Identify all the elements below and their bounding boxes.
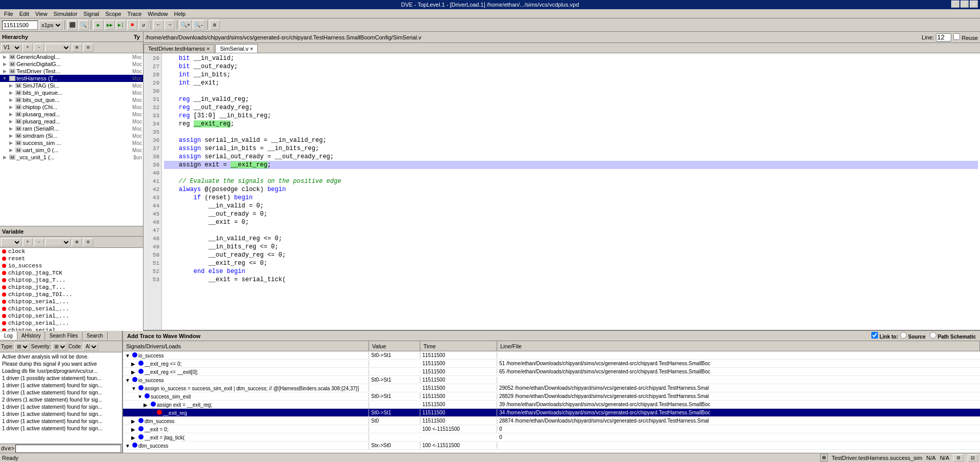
type-select[interactable]: ⊞ — [14, 343, 30, 351]
tree-expand[interactable]: ▶ — [131, 369, 137, 375]
hier-select2[interactable] — [45, 44, 71, 52]
menu-scope[interactable]: Scope — [102, 10, 124, 18]
reuse-checkbox[interactable] — [953, 33, 960, 40]
var-btn2[interactable]: - — [34, 238, 44, 246]
tree-expand[interactable]: ▼ — [125, 377, 131, 383]
variable-item[interactable]: chiptop_serial_... — [0, 312, 143, 320]
expand-icon[interactable]: ▶ — [7, 118, 14, 124]
variable-item[interactable]: io_success — [0, 262, 143, 269]
link-to-checkbox[interactable] — [871, 332, 878, 339]
time-unit-select[interactable]: x1ps — [39, 20, 63, 30]
code-line[interactable]: __in_bits_reg <= 0; — [164, 243, 978, 251]
expand-icon[interactable]: ▼ — [1, 75, 8, 81]
code-line[interactable]: reg [31:0] __in_bits_reg; — [164, 112, 978, 120]
wave-row[interactable]: ▶__exit_reg <= __exit[0]; 11511500 65 /h… — [123, 368, 980, 376]
tree-expand[interactable]: ▼ — [125, 353, 131, 359]
variable-item[interactable]: chiptop_jtag_T... — [0, 284, 143, 291]
code-line[interactable]: __out_ready_reg <= 0; — [164, 251, 978, 259]
hier-expand[interactable]: ⊞ — [72, 44, 82, 52]
line-number-input[interactable] — [936, 33, 951, 41]
hierarchy-item[interactable]: ▶MTestDriver (Test...Moc — [0, 68, 143, 75]
severity-select[interactable]: ⊞ — [52, 343, 67, 351]
expand-icon[interactable]: ▶ — [1, 54, 8, 60]
menu-file[interactable]: File — [1, 10, 16, 18]
tab-search-files[interactable]: Search Files — [45, 332, 83, 340]
var-expand[interactable]: ⊞ — [72, 238, 82, 246]
tb-extra-btn[interactable]: ⚙ — [210, 20, 220, 30]
expand-icon[interactable]: ▶ — [7, 82, 14, 89]
variable-item[interactable]: chiptop_serial_... — [0, 298, 143, 305]
code-line[interactable]: __in_valid = 0; — [164, 202, 978, 210]
tree-expand[interactable]: ▶ — [131, 418, 137, 424]
code-line[interactable] — [164, 226, 978, 235]
code-line[interactable]: __exit_reg <= 0; — [164, 259, 978, 267]
hierarchy-item[interactable]: ▼MtestHarness (T...Moc — [0, 75, 143, 82]
code-line[interactable]: bit __out_ready; — [164, 62, 978, 71]
wave-row[interactable]: ▼success_sim_exit St0->St1 11511500 2882… — [123, 392, 980, 401]
tree-expand[interactable]: ▼ — [131, 386, 137, 391]
code-line[interactable]: // Evaluate the signals on the positive … — [164, 177, 978, 185]
wave-row[interactable]: ▶__exit = jtag_tick( 0 — [123, 433, 980, 442]
status-btn2[interactable]: ⊟ — [968, 454, 978, 461]
source-radio[interactable] — [900, 332, 907, 339]
code-line[interactable]: if (reset) begin — [164, 194, 978, 202]
expand-icon[interactable]: ▶ — [7, 111, 14, 117]
wave-row[interactable]: ▼io_success St0->St1 11511500 — [123, 351, 980, 360]
expand-icon[interactable]: ▶ — [7, 104, 14, 110]
menu-view[interactable]: View — [32, 10, 51, 18]
hierarchy-item[interactable]: ▶MGenericAnalogI...Moc — [0, 53, 143, 60]
menu-signal[interactable]: Signal — [80, 10, 103, 18]
close-btn[interactable]: × — [970, 1, 978, 8]
code-line[interactable]: reg __out_ready_reg; — [164, 103, 978, 112]
variable-item[interactable]: chiptop_serial_... — [0, 320, 143, 327]
maximize-btn[interactable]: □ — [961, 1, 969, 8]
hierarchy-item[interactable]: ▶MSimJTAG (Si...Moc — [0, 82, 143, 89]
tab-ahistory[interactable]: AHistory — [17, 332, 46, 340]
wave-row[interactable]: ▼assign io_success = success_sim_exit | … — [123, 384, 980, 392]
variable-item[interactable]: chiptop_jtag_TCK — [0, 269, 143, 277]
path-schematic-radio[interactable] — [930, 332, 936, 339]
hier-btn1[interactable]: + — [23, 44, 33, 52]
minimize-btn[interactable]: _ — [951, 1, 959, 8]
var-select2[interactable] — [45, 238, 71, 246]
hier-filter[interactable]: V1 — [1, 44, 22, 52]
wave-row[interactable]: ▶__exit_reg <= 0; 11511500 51 /home/etha… — [123, 360, 980, 368]
code-line[interactable] — [164, 169, 978, 177]
variable-item[interactable]: reset — [0, 255, 143, 262]
code-select[interactable]: All — [83, 343, 98, 351]
wave-row[interactable]: ▼dtm_success Stx->St0 100 <-11511500 — [123, 442, 980, 450]
menu-simulator[interactable]: Simulator — [50, 10, 80, 18]
wave-row[interactable]: __exit_reg St0->St1 11511500 34 /home/et… — [123, 409, 980, 417]
hierarchy-item[interactable]: ▶Muart_sim_0 (... Moc — [0, 146, 143, 154]
hierarchy-item[interactable]: ▶Mbits_in_queue...Moc — [0, 89, 143, 96]
tb-run2-btn[interactable]: ▶▶ — [105, 20, 115, 30]
wave-row[interactable]: ▶assign exit = __exit_reg; 11511500 39 /… — [123, 401, 980, 409]
variable-item[interactable]: chiptop_jtag_TDI... — [0, 291, 143, 298]
tb-reset-btn[interactable]: ↺ — [138, 20, 149, 30]
variable-item[interactable]: chiptop_jtag_T... — [0, 277, 143, 284]
var-btn1[interactable]: + — [23, 238, 33, 246]
code-line[interactable]: reg __in_valid_reg; — [164, 95, 978, 103]
tab-simserial[interactable]: SimSerial.v × — [215, 44, 258, 53]
tb-btn-1[interactable]: ⬛ — [67, 20, 77, 30]
tree-expand[interactable]: ▶ — [131, 361, 137, 367]
menu-edit[interactable]: Edit — [16, 10, 32, 18]
hierarchy-item[interactable]: ▶Mplusarg_read...Moc — [0, 118, 143, 125]
code-line[interactable]: int __exit; — [164, 79, 978, 87]
tree-expand[interactable]: ▼ — [125, 443, 131, 449]
hierarchy-item[interactable]: ▶MGenericDigitalG...Moc — [0, 60, 143, 68]
hierarchy-item[interactable]: ▶Msimdram (Si...Moc — [0, 132, 143, 139]
expand-icon[interactable]: ▶ — [7, 90, 14, 96]
code-line[interactable] — [164, 87, 978, 95]
tree-expand[interactable]: ▶ — [131, 427, 137, 432]
tb-btn-2[interactable]: 🔍 — [78, 20, 89, 30]
tree-expand[interactable]: ▶ — [131, 435, 137, 440]
wave-row[interactable]: ▶dtm_success St0 11511500 28874 /home/et… — [123, 417, 980, 425]
code-line[interactable]: end else begin — [164, 267, 978, 276]
hierarchy-item[interactable]: ▶Mchiptop (Chi...Moc — [0, 103, 143, 111]
menu-window[interactable]: Window — [145, 10, 171, 18]
expand-icon[interactable]: ▶ — [1, 154, 8, 160]
expand-icon[interactable]: ▶ — [7, 125, 14, 132]
menu-help[interactable]: Help — [171, 10, 189, 18]
tb-run3-btn[interactable]: ▶| — [116, 20, 126, 30]
